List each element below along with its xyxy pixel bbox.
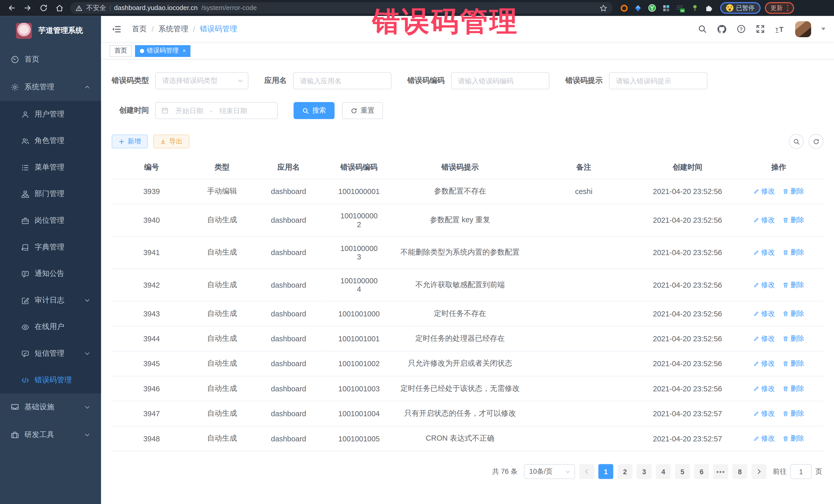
- extensions-puzzle-icon[interactable]: [705, 4, 712, 12]
- column-header-id[interactable]: 编号: [112, 156, 192, 179]
- tag-close-icon[interactable]: ×: [182, 48, 186, 53]
- extension-grid-icon[interactable]: [662, 4, 670, 12]
- extension-orange-icon[interactable]: [620, 4, 628, 12]
- delete-link[interactable]: 删除: [783, 187, 804, 196]
- error-code-field[interactable]: [451, 72, 549, 89]
- sidebar-item-infra[interactable]: 基础设施: [0, 393, 101, 421]
- edit-link[interactable]: 修改: [753, 248, 775, 257]
- delete-link[interactable]: 删除: [783, 434, 804, 443]
- security-label[interactable]: 不安全: [86, 3, 106, 12]
- delete-link[interactable]: 删除: [783, 248, 804, 257]
- refresh-table-button[interactable]: [809, 134, 824, 149]
- page-number-button[interactable]: 3: [637, 464, 652, 479]
- show-search-button[interactable]: [789, 134, 804, 149]
- reset-button[interactable]: 重置: [342, 102, 383, 119]
- edit-link[interactable]: 修改: [753, 409, 775, 418]
- start-date-input[interactable]: [173, 107, 206, 114]
- browser-forward-icon[interactable]: [23, 4, 32, 12]
- delete-link[interactable]: 删除: [783, 384, 804, 393]
- sidebar-item-audit-log[interactable]: 审计日志: [0, 287, 101, 314]
- url-path[interactable]: /system/error-code: [201, 4, 257, 12]
- address-bar[interactable]: 不安全 dashboard.yudao.iocoder.cn/system/er…: [70, 2, 613, 14]
- app-name-input[interactable]: [300, 77, 385, 85]
- bookmark-star-icon[interactable]: [599, 4, 608, 12]
- browser-home-icon[interactable]: [56, 4, 64, 12]
- page-number-button[interactable]: 8: [732, 464, 747, 479]
- sidebar-item-system[interactable]: 系统管理: [0, 73, 101, 101]
- add-button[interactable]: 新增: [112, 134, 148, 148]
- column-header-msg[interactable]: 错误码提示: [394, 156, 527, 179]
- browser-back-icon[interactable]: [7, 4, 16, 12]
- page-number-button[interactable]: 4: [656, 464, 671, 479]
- sidebar-item-devtools[interactable]: 研发工具: [0, 421, 101, 449]
- error-hint-field[interactable]: [609, 72, 707, 89]
- fullscreen-icon[interactable]: [756, 24, 765, 34]
- error-hint-input[interactable]: [616, 77, 701, 85]
- delete-link[interactable]: 删除: [783, 309, 804, 319]
- sidebar-logo[interactable]: 芋道管理系统: [0, 16, 101, 46]
- error-code-input[interactable]: [458, 77, 543, 85]
- edit-link[interactable]: 修改: [753, 187, 775, 196]
- error-type-select[interactable]: 请选择错误码类型: [155, 72, 248, 89]
- page-number-button[interactable]: 5: [675, 464, 690, 479]
- extension-key-icon[interactable]: [691, 4, 699, 12]
- tag-home[interactable]: 首页: [110, 45, 132, 57]
- delete-link[interactable]: 删除: [783, 215, 804, 225]
- sidebar-item-posts[interactable]: 岗位管理: [0, 207, 101, 234]
- edit-link[interactable]: 修改: [753, 334, 775, 343]
- sidebar-item-users[interactable]: 用户管理: [0, 101, 101, 128]
- column-header-remark[interactable]: 备注: [527, 156, 641, 179]
- column-header-type[interactable]: 类型: [192, 156, 253, 179]
- edit-link[interactable]: 修改: [753, 280, 775, 290]
- edit-link[interactable]: 修改: [753, 359, 775, 368]
- edit-link[interactable]: 修改: [753, 215, 775, 225]
- extension-on-badge-icon[interactable]: on: [676, 3, 685, 12]
- sidebar-item-sms[interactable]: 短信管理: [0, 340, 101, 367]
- edit-link[interactable]: 修改: [753, 384, 775, 393]
- sidebar-item-online-users[interactable]: 在线用户: [0, 313, 101, 340]
- delete-link[interactable]: 删除: [783, 359, 804, 368]
- search-button[interactable]: 搜索: [293, 102, 335, 119]
- column-header-app[interactable]: 应用名: [253, 156, 325, 179]
- sidebar-item-error-code[interactable]: 错误码管理: [0, 367, 101, 393]
- search-icon[interactable]: [698, 24, 707, 34]
- delete-link[interactable]: 删除: [783, 334, 804, 343]
- extension-green-circle-icon[interactable]: [648, 4, 656, 12]
- page-number-button[interactable]: 2: [617, 464, 632, 479]
- page-jump-input[interactable]: [790, 464, 812, 479]
- sidebar-item-menus[interactable]: 菜单管理: [0, 154, 101, 181]
- sidebar-toggle-icon[interactable]: [110, 24, 124, 34]
- end-date-input[interactable]: [217, 107, 250, 114]
- browser-menu-icon[interactable]: [787, 5, 788, 11]
- column-header-created[interactable]: 创建时间: [641, 156, 734, 179]
- app-name-field[interactable]: [293, 72, 391, 89]
- browser-update-button[interactable]: 更新: [765, 2, 794, 14]
- browser-reload-icon[interactable]: [39, 4, 48, 12]
- tag-error-code[interactable]: 错误码管理 ×: [135, 45, 191, 57]
- avatar-caret-icon[interactable]: [821, 28, 826, 30]
- url-host[interactable]: dashboard.yudao.iocoder.cn: [114, 4, 198, 12]
- edit-link[interactable]: 修改: [753, 434, 775, 443]
- delete-link[interactable]: 删除: [783, 280, 804, 290]
- user-avatar[interactable]: [795, 21, 811, 37]
- sidebar-item-roles[interactable]: 角色管理: [0, 128, 101, 154]
- sidebar-item-home[interactable]: 首页: [0, 46, 101, 73]
- next-page-button[interactable]: [752, 464, 767, 479]
- sidebar-item-departments[interactable]: 部门管理: [0, 181, 101, 207]
- page-number-button[interactable]: 6: [694, 464, 709, 479]
- prev-page-button[interactable]: [579, 464, 594, 479]
- edit-link[interactable]: 修改: [753, 309, 775, 319]
- font-size-icon[interactable]: TT: [775, 24, 785, 34]
- sidebar-item-notice[interactable]: 通知公告: [0, 261, 101, 287]
- github-icon[interactable]: [717, 24, 726, 34]
- page-size-select[interactable]: 10条/页: [524, 464, 575, 479]
- page-number-button[interactable]: 1: [598, 464, 613, 479]
- column-header-code[interactable]: 错误码编码: [324, 156, 393, 179]
- page-ellipsis[interactable]: •••: [713, 464, 728, 479]
- extension-gem-icon[interactable]: [634, 4, 642, 12]
- breadcrumb-home[interactable]: 首页: [132, 24, 147, 34]
- delete-link[interactable]: 删除: [783, 409, 804, 418]
- breadcrumb-system[interactable]: 系统管理: [158, 24, 188, 34]
- sidebar-item-dict[interactable]: 字典管理: [0, 234, 101, 261]
- profile-paused-chip[interactable]: 已暂停: [720, 2, 760, 14]
